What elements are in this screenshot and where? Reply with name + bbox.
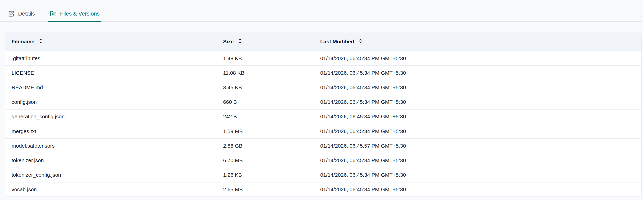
- note-edit-icon: [8, 11, 15, 17]
- last-modified-cell: 01/14/2026, 06:45:34 PM GMT+5:30: [320, 99, 641, 105]
- filename-cell[interactable]: LICENSE: [12, 70, 223, 76]
- tab-label: Files & Versions: [60, 11, 100, 17]
- tab-bar: Details Files & Versions: [0, 0, 641, 22]
- size-cell: 3.45 KB: [223, 84, 320, 90]
- size-cell: 660 B: [223, 99, 320, 105]
- files-table-card: Filename Size Last Modified: [5, 32, 641, 197]
- sort-icon: [359, 38, 362, 45]
- column-label: Filename: [12, 39, 34, 45]
- filename-cell[interactable]: merges.txt: [12, 128, 223, 134]
- size-cell: 6.70 MB: [223, 157, 320, 163]
- filename-cell[interactable]: vocab.json: [12, 186, 223, 192]
- last-modified-cell: 01/14/2026, 06:45:34 PM GMT+5:30: [320, 128, 641, 134]
- last-modified-cell: 01/14/2026, 06:45:34 PM GMT+5:30: [320, 172, 641, 178]
- last-modified-cell: 01/14/2026, 06:45:34 PM GMT+5:30: [320, 186, 641, 192]
- size-cell: 1.26 KB: [223, 172, 320, 178]
- table-body: .gitattributes 1.48 KB 01/14/2026, 06:45…: [5, 51, 641, 197]
- table-row[interactable]: vocab.json 2.65 MB 01/14/2026, 06:45:34 …: [5, 182, 641, 197]
- table-row[interactable]: model.safetensors 2.88 GB 01/14/2026, 06…: [5, 138, 641, 153]
- filename-cell[interactable]: generation_config.json: [12, 114, 223, 120]
- filename-cell[interactable]: config.json: [12, 99, 223, 105]
- filename-cell[interactable]: tokenizer.json: [12, 157, 223, 163]
- table-row[interactable]: merges.txt 1.59 MB 01/14/2026, 06:45:34 …: [5, 124, 641, 138]
- column-header-size[interactable]: Size: [223, 38, 320, 45]
- size-cell: 2.65 MB: [223, 186, 320, 192]
- last-modified-cell: 01/14/2026, 06:45:57 PM GMT+5:30: [320, 143, 641, 149]
- size-cell: 2.88 GB: [223, 143, 320, 149]
- table-row[interactable]: README.md 3.45 KB 01/14/2026, 06:45:34 P…: [5, 80, 641, 94]
- table-row[interactable]: LICENSE 11.08 KB 01/14/2026, 06:45:34 PM…: [5, 65, 641, 80]
- table-row[interactable]: config.json 660 B 01/14/2026, 06:45:34 P…: [5, 95, 641, 109]
- sort-icon: [238, 38, 242, 45]
- size-cell: 242 B: [223, 114, 320, 120]
- table-row[interactable]: .gitattributes 1.48 KB 01/14/2026, 06:45…: [5, 51, 641, 65]
- scrollbar-track[interactable]: [641, 0, 644, 200]
- column-label: Size: [223, 39, 234, 45]
- tab-label: Details: [18, 11, 35, 17]
- tab-details[interactable]: Details: [6, 11, 37, 22]
- sort-icon: [39, 38, 43, 45]
- filename-cell[interactable]: tokenizer_config.json: [12, 172, 223, 178]
- column-header-last-modified[interactable]: Last Modified: [320, 38, 641, 45]
- tab-files-and-versions[interactable]: Files & Versions: [48, 11, 101, 22]
- table-header-row: Filename Size Last Modified: [5, 32, 641, 51]
- size-cell: 11.08 KB: [223, 70, 320, 76]
- last-modified-cell: 01/14/2026, 06:45:34 PM GMT+5:30: [320, 157, 641, 163]
- folder-history-icon: [50, 11, 56, 17]
- last-modified-cell: 01/14/2026, 06:45:34 PM GMT+5:30: [320, 70, 641, 76]
- size-cell: 1.59 MB: [223, 128, 320, 134]
- size-cell: 1.48 KB: [223, 55, 320, 61]
- table-row[interactable]: tokenizer.json 6.70 MB 01/14/2026, 06:45…: [5, 153, 641, 167]
- last-modified-cell: 01/14/2026, 06:45:34 PM GMT+5:30: [320, 55, 641, 61]
- column-label: Last Modified: [320, 39, 354, 45]
- table-row[interactable]: tokenizer_config.json 1.26 KB 01/14/2026…: [5, 168, 641, 182]
- last-modified-cell: 01/14/2026, 06:45:34 PM GMT+5:30: [320, 84, 641, 90]
- filename-cell[interactable]: .gitattributes: [12, 55, 223, 61]
- column-header-filename[interactable]: Filename: [12, 38, 223, 45]
- table-row[interactable]: generation_config.json 242 B 01/14/2026,…: [5, 109, 641, 124]
- filename-cell[interactable]: model.safetensors: [12, 143, 223, 149]
- filename-cell[interactable]: README.md: [12, 84, 223, 90]
- last-modified-cell: 01/14/2026, 06:45:34 PM GMT+5:30: [320, 114, 641, 120]
